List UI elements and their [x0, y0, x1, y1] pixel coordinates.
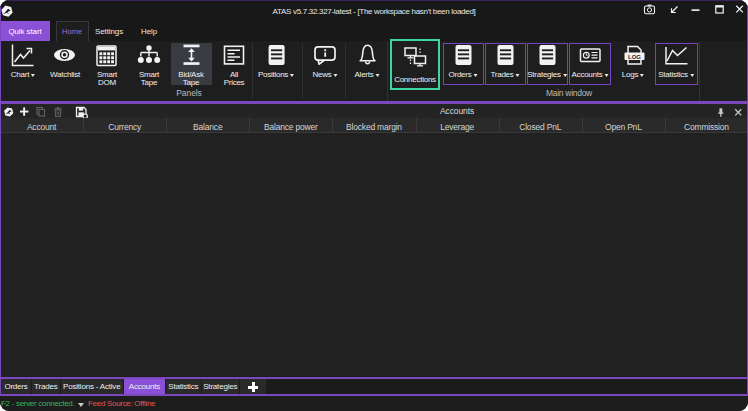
svg-text:LOG: LOG: [628, 54, 641, 60]
